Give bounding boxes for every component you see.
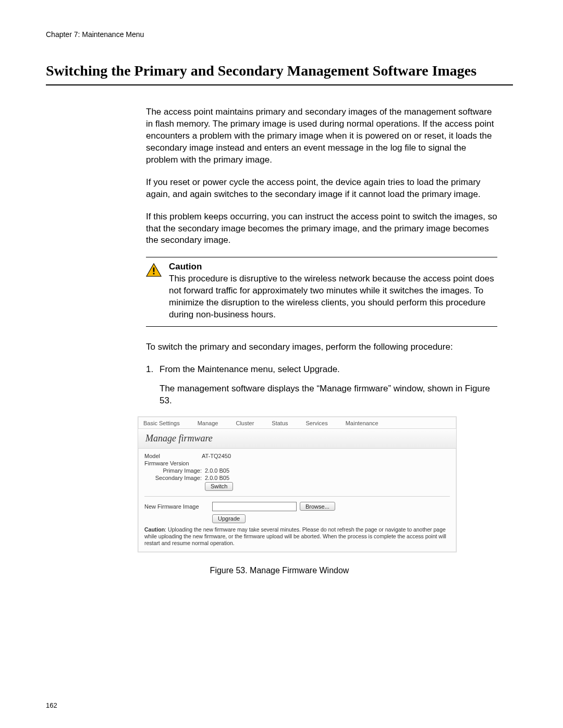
step-text: From the Maintenance menu, select Upgrad… xyxy=(160,364,497,376)
paragraph: The access point maintains primary and s… xyxy=(146,106,497,166)
primary-image-value: 2.0.0 B05 xyxy=(205,467,229,474)
tab-maintenance[interactable]: Maintenance xyxy=(346,420,378,426)
secondary-image-label: Secondary Image: xyxy=(144,475,205,481)
primary-image-label: Primary Image: xyxy=(144,467,205,474)
firmware-version-label: Firmware Version xyxy=(144,460,202,466)
paragraph: If you reset or power cycle the access p… xyxy=(146,177,497,201)
tab-services[interactable]: Services xyxy=(306,420,328,426)
svg-rect-2 xyxy=(153,273,155,275)
new-firmware-input[interactable] xyxy=(212,502,297,511)
model-label: Model xyxy=(144,453,202,459)
upload-caution: Caution: Uploading the new firmware may … xyxy=(144,526,450,547)
tab-manage[interactable]: Manage xyxy=(198,420,218,426)
tab-basic-settings[interactable]: Basic Settings xyxy=(143,420,180,426)
step-subtext: The management software displays the “Ma… xyxy=(160,383,497,407)
model-value: AT-TQ2450 xyxy=(202,453,231,459)
caution-title: Caution xyxy=(169,262,497,272)
svg-rect-1 xyxy=(153,268,155,272)
caution-box: Caution This procedure is disruptive to … xyxy=(146,257,497,327)
upgrade-button[interactable]: Upgrade xyxy=(212,514,246,523)
step-item: 1. From the Maintenance menu, select Upg… xyxy=(146,364,497,376)
page-title: Switching the Primary and Secondary Mana… xyxy=(46,63,513,85)
upload-caution-label: Caution xyxy=(144,526,165,533)
step-number: 1. xyxy=(146,364,160,376)
caution-icon xyxy=(146,262,169,321)
paragraph: If this problem keeps occurring, you can… xyxy=(146,211,497,247)
manage-firmware-window: Basic Settings Manage Cluster Status Ser… xyxy=(138,416,457,552)
divider xyxy=(144,496,450,497)
chapter-label: Chapter 7: Maintenance Menu xyxy=(46,30,513,39)
caution-body: This procedure is disruptive to the wire… xyxy=(169,273,497,321)
secondary-image-value: 2.0.0 B05 xyxy=(205,475,229,481)
panel-title: Manage firmware xyxy=(138,428,456,449)
switch-button[interactable]: Switch xyxy=(205,482,233,491)
upload-caution-text: : Uploading the new firmware may take se… xyxy=(144,526,446,546)
browse-button[interactable]: Browse... xyxy=(300,502,335,511)
figure-caption: Figure 53. Manage Firmware Window xyxy=(46,566,513,575)
page-number: 162 xyxy=(46,701,57,709)
tab-cluster[interactable]: Cluster xyxy=(236,420,254,426)
tab-status[interactable]: Status xyxy=(272,420,288,426)
new-firmware-label: New Firmware Image xyxy=(144,503,212,510)
lead-text: To switch the primary and secondary imag… xyxy=(146,341,497,353)
